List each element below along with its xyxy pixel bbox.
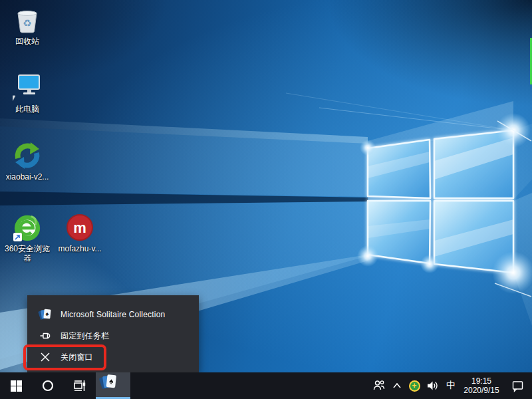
svg-text:♻: ♻ [23,17,31,29]
desktop-icon-label: 360安全浏览器 [3,244,52,263]
desktop-icon-label: 回收站 [15,37,39,46]
desktop-icon-recycle-bin[interactable]: ♻ 回收站 [3,5,52,46]
clock[interactable]: 19:15 2020/9/15 [460,372,503,399]
jump-list-item-label: Microsoft Solitaire Collection [61,310,165,319]
system-tray: + 中 19:15 2020/9/15 [370,372,532,399]
desktop-icon-label: 此电脑 [15,104,39,114]
solitaire-cards-icon: ♠ [100,373,127,398]
recycle-bin-icon: ♻ [13,5,42,35]
people-button[interactable] [370,372,388,399]
annotation-highlight-box [23,344,106,370]
360-browser-icon [13,213,42,242]
solitaire-cards-icon: ♠ [39,308,52,321]
360-safe-icon: + [409,380,420,392]
cortana-button[interactable] [32,372,64,399]
task-view-button[interactable] [64,372,96,399]
task-view-icon [72,378,87,393]
show-hidden-icons-button[interactable] [388,372,406,399]
ime-indicator[interactable]: 中 [442,372,460,399]
desktop-icon-xiaobai[interactable]: xiaobai-v2... [3,141,52,182]
taskbar: ♠ + [0,372,532,399]
desktop-icon-mofazhu[interactable]: m mofazhu-v... [55,213,104,253]
taskbar-empty-area [130,372,370,399]
pin-icon [39,329,52,342]
svg-text:m: m [73,219,86,236]
jump-list-item-solitaire[interactable]: ♠ Microsoft Solitaire Collection [27,304,199,325]
action-center-icon [511,380,524,392]
clock-time: 19:15 [464,376,499,386]
start-button[interactable] [0,372,32,399]
clock-date: 2020/9/15 [464,386,499,395]
jump-list-item-label: 固定到任务栏 [61,331,109,342]
desktop-icon-label: mofazhu-v... [58,244,101,253]
cortana-circle-icon [42,380,54,392]
shortcut-arrow-icon [13,233,22,241]
desktop-icon-360-browser[interactable]: 360安全浏览器 [3,213,52,263]
volume-button[interactable] [423,372,442,399]
taskbar-app-solitaire[interactable]: ♠ [96,372,130,399]
desktop-icon-this-pc[interactable]: 此电脑 [3,73,52,114]
jump-list-item-pin-to-taskbar[interactable]: 固定到任务栏 [27,325,199,346]
desktop: ♻ 回收站 此电脑 [0,0,532,399]
360-tray-button[interactable]: + [406,372,423,399]
this-pc-icon [13,73,42,102]
desktop-icon-label: xiaobai-v2... [6,172,49,182]
action-center-button[interactable] [503,372,532,399]
windows-logo-icon [11,380,22,392]
speaker-icon [426,379,439,392]
chevron-up-icon [392,382,402,389]
xiaobai-sync-icon [13,141,42,170]
mofazhu-icon: m [65,213,94,242]
people-icon [372,379,386,392]
